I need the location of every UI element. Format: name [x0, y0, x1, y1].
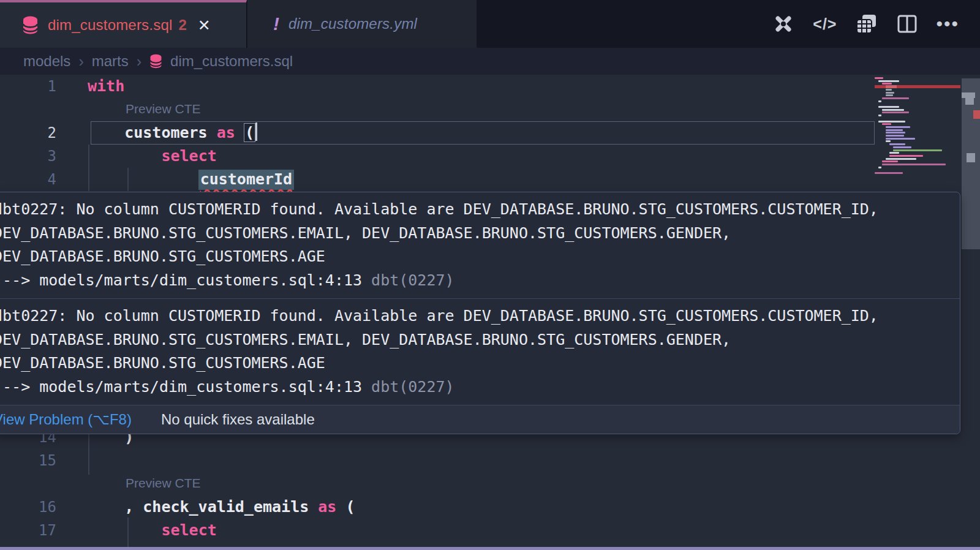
code-line: 17 select	[0, 519, 980, 542]
error-message-line: DEV_DATABASE.BRUNO.STG_CUSTOMERS.AGE	[0, 245, 960, 269]
minimap-code-line	[886, 158, 916, 160]
matched-bracket: (	[244, 124, 255, 141]
error-word-customerid: customerId	[198, 170, 295, 190]
minimap-code-line	[893, 146, 911, 148]
code-token	[88, 521, 161, 539]
error-message-line: DEV_DATABASE.BRUNO.STG_CUSTOMERS.EMAIL, …	[0, 222, 960, 246]
code-editor-top[interactable]: 1withPreview CTE2 customers as (3 select…	[0, 75, 980, 191]
code-lens-preview-cte[interactable]: Preview CTE	[126, 472, 201, 494]
minimap-code-line	[886, 132, 905, 134]
minimap-code-line	[889, 152, 899, 154]
dbt-icon[interactable]	[772, 13, 794, 35]
query-results-icon[interactable]	[855, 13, 878, 35]
chevron-right-icon: ›	[78, 53, 83, 70]
error-message-block: dbt0227: No column CUSTOMERID found. Ava…	[0, 298, 960, 405]
error-code-ref: dbt(0227)	[371, 378, 454, 396]
error-message-line: dbt0227: No column CUSTOMERID found. Ava…	[0, 304, 960, 328]
minimap-code-line	[886, 140, 891, 142]
minimap-code-line	[886, 126, 910, 128]
minimap-code-line	[886, 138, 915, 140]
database-icon	[149, 54, 162, 69]
error-message-line: --> models/marts/dim_customers.sql:4:13 …	[0, 375, 960, 399]
keyword-token: as	[217, 124, 235, 141]
overview-ruler-mark	[965, 98, 974, 105]
error-text: DEV_DATABASE.BRUNO.STG_CUSTOMERS.AGE	[0, 354, 325, 372]
error-text: --> models/marts/dim_customers.sql:4:13	[0, 378, 371, 396]
overview-ruler-mark	[962, 92, 975, 98]
split-editor-icon[interactable]	[897, 13, 918, 34]
code-line: 4 customerId	[0, 168, 980, 191]
minimap-code-line	[882, 123, 891, 125]
code-token: customers	[88, 124, 217, 141]
line-number: 15	[0, 449, 56, 472]
minimap-code-line	[878, 80, 899, 82]
cursor-caret	[255, 122, 257, 141]
line-number: 2	[0, 121, 56, 145]
tab-problem-count: 2	[178, 17, 186, 34]
compiled-code-icon[interactable]: </>	[813, 15, 837, 33]
code-lens-row: Preview CTE	[0, 472, 980, 495]
code-token: (	[336, 498, 355, 516]
quick-fix-status: No quick fixes available	[161, 411, 315, 428]
keyword-token: select	[161, 521, 216, 539]
editor-actions: </> •••	[772, 0, 959, 48]
database-icon	[22, 16, 39, 34]
code-token	[88, 170, 198, 188]
breadcrumb: models › marts › dim_customers.sql	[0, 48, 980, 75]
minimap[interactable]	[875, 77, 960, 187]
more-actions-icon[interactable]: •••	[936, 21, 959, 27]
code-line: 2 customers as (	[0, 121, 980, 145]
indent-guide	[127, 518, 129, 547]
minimap-code-line	[882, 160, 898, 162]
code-editor-bottom[interactable]: 14 )15Preview CTE16 , check_valid_emails…	[0, 426, 980, 542]
tab-dim-customers-sql[interactable]: dim_customers.sql 2 ✕	[0, 0, 247, 48]
vscode-window: dim_customers.sql 2 ✕ ! dim_customers.ym…	[0, 0, 980, 550]
line-number: 1	[0, 75, 56, 98]
error-text: DEV_DATABASE.BRUNO.STG_CUSTOMERS.AGE	[0, 247, 325, 265]
error-text: --> models/marts/dim_customers.sql:4:13	[0, 271, 371, 289]
minimap-code-line	[889, 155, 923, 157]
code-line: 16 , check_valid_emails as (	[0, 495, 980, 519]
hover-footer: View Problem (⌥F8) No quick fixes availa…	[0, 405, 960, 434]
line-number: 4	[0, 168, 56, 191]
code-lens-preview-cte[interactable]: Preview CTE	[126, 98, 201, 120]
indent-guide	[88, 145, 89, 191]
minimap-code-line	[882, 164, 946, 165]
keyword-token: select	[161, 147, 216, 165]
error-message-line: dbt0227: No column CUSTOMERID found. Ava…	[0, 198, 960, 222]
tab-dim-customers-yml[interactable]: ! dim_customers.yml	[247, 0, 477, 48]
breadcrumb-file[interactable]: dim_customers.sql	[170, 53, 293, 70]
tab-bar: dim_customers.sql 2 ✕ ! dim_customers.ym…	[0, 0, 980, 48]
minimap-code-line	[878, 100, 881, 102]
code-line: 15	[0, 449, 980, 472]
error-message-line: --> models/marts/dim_customers.sql:4:13 …	[0, 269, 960, 293]
code-line: 3 select	[0, 145, 980, 168]
overview-ruler-error-mark	[973, 110, 980, 119]
minimap-code-line	[882, 109, 904, 111]
view-problem-link[interactable]: View Problem (⌥F8)	[0, 411, 132, 428]
minimap-code-line	[889, 143, 905, 145]
code-token	[88, 147, 161, 165]
error-message-line: DEV_DATABASE.BRUNO.STG_CUSTOMERS.AGE	[0, 352, 960, 375]
error-message-line: DEV_DATABASE.BRUNO.STG_CUSTOMERS.EMAIL, …	[0, 328, 960, 352]
code-token: , check_valid_emails	[88, 498, 318, 516]
breadcrumb-segment-models[interactable]: models	[23, 53, 70, 70]
chevron-right-icon: ›	[137, 53, 141, 70]
minimap-code-line	[878, 121, 905, 122]
warning-icon: !	[273, 13, 279, 34]
indent-guide	[127, 168, 129, 191]
line-number: 17	[0, 519, 56, 542]
close-icon[interactable]: ✕	[198, 17, 211, 34]
breadcrumb-segment-marts[interactable]: marts	[92, 53, 129, 70]
minimap-code-line	[882, 111, 909, 113]
code-line: 1with	[0, 75, 980, 98]
minimap-error-word	[886, 85, 897, 88]
tab-filename: dim_customers.sql	[48, 17, 172, 34]
error-hover: dbt0227: No column CUSTOMERID found. Ava…	[0, 192, 960, 434]
minimap-error-line	[875, 85, 960, 88]
minimap-code-line	[878, 115, 881, 116]
minimap-code-line	[875, 172, 903, 174]
minimap-code-line	[882, 83, 892, 85]
overview-ruler-mark	[967, 153, 975, 162]
error-code-ref: dbt(0227)	[371, 271, 454, 289]
